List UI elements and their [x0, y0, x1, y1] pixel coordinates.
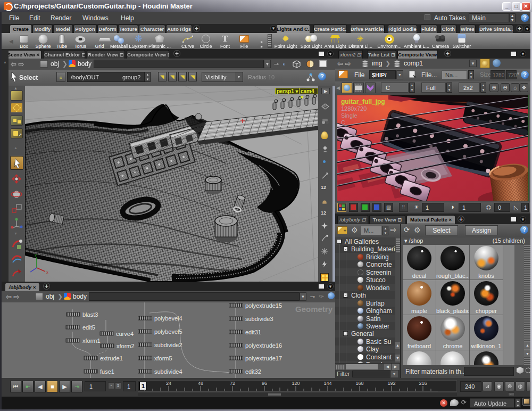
svg-text:curve4: curve4: [116, 331, 134, 337]
svg-text:subdivide4: subdivide4: [154, 368, 182, 375]
svg-text:xform1: xform1: [82, 338, 101, 344]
svg-text:xform5: xform5: [154, 355, 172, 361]
svg-text:xform2: xform2: [117, 343, 135, 349]
svg-text:extrude1: extrude1: [100, 355, 123, 361]
svg-text:x: x: [46, 270, 48, 275]
svg-text:polyextrude16: polyextrude16: [245, 342, 282, 349]
svg-text:guitar_full_jpg: guitar_full_jpg: [341, 98, 385, 105]
svg-text:Geometry: Geometry: [295, 305, 333, 314]
svg-text:polybevel5: polybevel5: [154, 328, 182, 335]
svg-text:120: 120: [292, 381, 300, 386]
svg-text:Single: Single: [341, 112, 358, 119]
svg-text:edit5: edit5: [82, 324, 95, 331]
svg-text:polybevel4: polybevel4: [154, 315, 182, 322]
svg-text:edit32: edit32: [245, 368, 261, 375]
svg-text:C: C: [341, 119, 345, 126]
svg-text:144: 144: [323, 381, 331, 386]
svg-text:72: 72: [230, 381, 235, 386]
svg-text:fuse1: fuse1: [100, 368, 114, 375]
svg-text:168: 168: [355, 381, 363, 386]
svg-text:96: 96: [262, 381, 267, 386]
svg-text:subdivide3: subdivide3: [245, 316, 273, 322]
svg-text:polyextrude17: polyextrude17: [245, 355, 282, 361]
svg-text:48: 48: [198, 381, 203, 386]
svg-text:blast3: blast3: [82, 311, 98, 318]
svg-text:edit31: edit31: [245, 329, 261, 335]
svg-text:polyextrude15: polyextrude15: [245, 302, 282, 309]
svg-text:subdivide2: subdivide2: [154, 342, 182, 348]
svg-text:1280x720: 1280x720: [341, 105, 367, 112]
svg-text:216: 216: [419, 381, 427, 386]
svg-text:24: 24: [166, 381, 171, 386]
svg-text:192: 192: [387, 381, 395, 386]
svg-text:y: y: [35, 252, 37, 257]
